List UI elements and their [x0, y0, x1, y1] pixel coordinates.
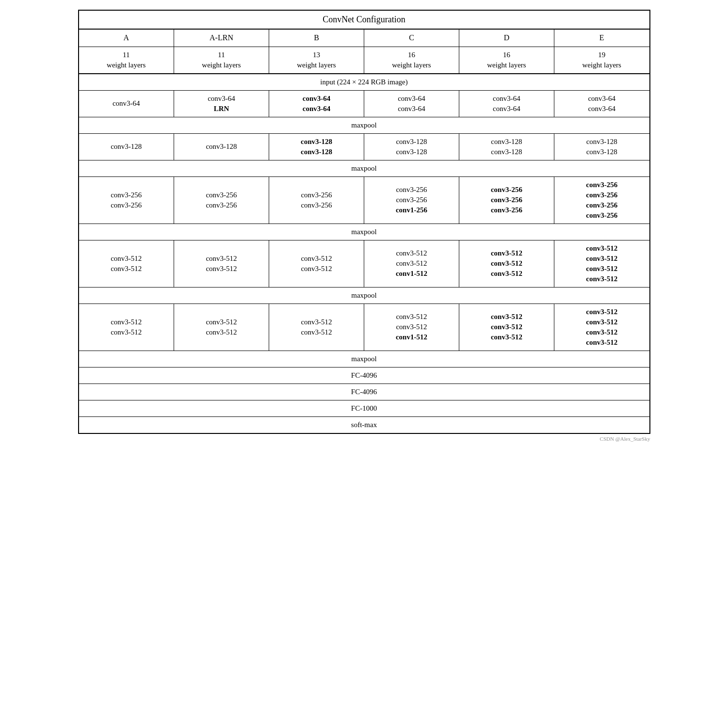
data-cell: conv3-512conv3-512conv1-512: [364, 240, 459, 287]
data-cell: conv3-128: [174, 133, 269, 160]
table-row: conv3-512conv3-512conv3-512conv3-512conv…: [79, 304, 650, 351]
convnet-table-wrapper: ConvNet Configuration AA-LRNBCDE 11weigh…: [78, 10, 650, 442]
data-cell: conv3-512conv3-512conv3-512: [459, 240, 554, 287]
full-row-cell: maxpool: [79, 160, 650, 176]
col-header-e: E: [554, 29, 649, 47]
data-cell: conv3-64conv3-64: [364, 90, 459, 117]
col-header-a: A: [79, 29, 174, 47]
data-cell: conv3-128: [79, 133, 174, 160]
table-row: maxpool: [79, 117, 650, 133]
col-header-b: B: [269, 29, 364, 47]
data-cell: conv3-128conv3-128: [269, 133, 364, 160]
data-cell: conv3-64LRN: [174, 90, 269, 117]
data-cell: conv3-256conv3-256: [269, 176, 364, 224]
data-cell: conv3-256conv3-256conv1-256: [364, 176, 459, 224]
data-cell: conv3-256conv3-256conv3-256: [459, 176, 554, 224]
weight-layers-row: 11weight layers11weight layers13weight l…: [79, 47, 650, 74]
data-cell: conv3-128conv3-128: [459, 133, 554, 160]
col-header-alrn: A-LRN: [174, 29, 269, 47]
data-cell: conv3-512conv3-512: [174, 240, 269, 287]
weight-layers-cell-0: 11weight layers: [79, 47, 174, 74]
convnet-config-table: ConvNet Configuration AA-LRNBCDE 11weigh…: [78, 10, 650, 434]
data-cell: conv3-512conv3-512: [79, 304, 174, 351]
full-row-cell: FC-4096: [79, 383, 650, 400]
table-title-row: ConvNet Configuration: [79, 10, 650, 29]
table-body: input (224 × 224 RGB image)conv3-64conv3…: [79, 74, 650, 433]
data-cell: conv3-512conv3-512conv3-512: [459, 304, 554, 351]
table-row: maxpool: [79, 287, 650, 304]
data-cell: conv3-64conv3-64: [554, 90, 649, 117]
input-row: input (224 × 224 RGB image): [79, 74, 650, 91]
col-header-d: D: [459, 29, 554, 47]
data-cell: conv3-512conv3-512conv3-512conv3-512: [554, 240, 649, 287]
weight-layers-cell-1: 11weight layers: [174, 47, 269, 74]
table-row: conv3-128conv3-128conv3-128conv3-128conv…: [79, 133, 650, 160]
full-row-cell: maxpool: [79, 287, 650, 304]
data-cell: conv3-256conv3-256: [79, 176, 174, 224]
table-row: conv3-256conv3-256conv3-256conv3-256conv…: [79, 176, 650, 224]
data-cell: conv3-64conv3-64: [269, 90, 364, 117]
table-row: soft-max: [79, 416, 650, 433]
data-cell: conv3-64: [79, 90, 174, 117]
table-row: conv3-64conv3-64LRNconv3-64conv3-64conv3…: [79, 90, 650, 117]
data-cell: conv3-512conv3-512conv1-512: [364, 304, 459, 351]
table-row: maxpool: [79, 160, 650, 176]
full-row-cell: maxpool: [79, 117, 650, 133]
table-title: ConvNet Configuration: [79, 10, 650, 29]
weight-layers-cell-5: 19weight layers: [554, 47, 649, 74]
table-row: conv3-512conv3-512conv3-512conv3-512conv…: [79, 240, 650, 287]
data-cell: conv3-512conv3-512conv3-512conv3-512: [554, 304, 649, 351]
weight-layers-cell-2: 13weight layers: [269, 47, 364, 74]
data-cell: conv3-128conv3-128: [364, 133, 459, 160]
data-cell: conv3-512conv3-512: [174, 304, 269, 351]
table-row: FC-4096: [79, 367, 650, 383]
data-cell: conv3-128conv3-128: [554, 133, 649, 160]
full-row-cell: FC-1000: [79, 400, 650, 416]
full-row-cell: maxpool: [79, 224, 650, 240]
full-row-cell: FC-4096: [79, 367, 650, 383]
full-row-cell: soft-max: [79, 416, 650, 433]
table-row: maxpool: [79, 351, 650, 367]
watermark: CSDN @Alex_StarSky: [78, 436, 650, 442]
data-cell: conv3-512conv3-512: [269, 304, 364, 351]
weight-layers-cell-4: 16weight layers: [459, 47, 554, 74]
col-header-c: C: [364, 29, 459, 47]
data-cell: conv3-512conv3-512: [79, 240, 174, 287]
table-row: FC-4096: [79, 383, 650, 400]
data-cell: conv3-512conv3-512: [269, 240, 364, 287]
column-header-row: AA-LRNBCDE: [79, 29, 650, 47]
data-cell: conv3-256conv3-256: [174, 176, 269, 224]
table-row: maxpool: [79, 224, 650, 240]
input-cell: input (224 × 224 RGB image): [79, 74, 650, 91]
data-cell: conv3-256conv3-256conv3-256conv3-256: [554, 176, 649, 224]
full-row-cell: maxpool: [79, 351, 650, 367]
data-cell: conv3-64conv3-64: [459, 90, 554, 117]
table-row: FC-1000: [79, 400, 650, 416]
weight-layers-cell-3: 16weight layers: [364, 47, 459, 74]
